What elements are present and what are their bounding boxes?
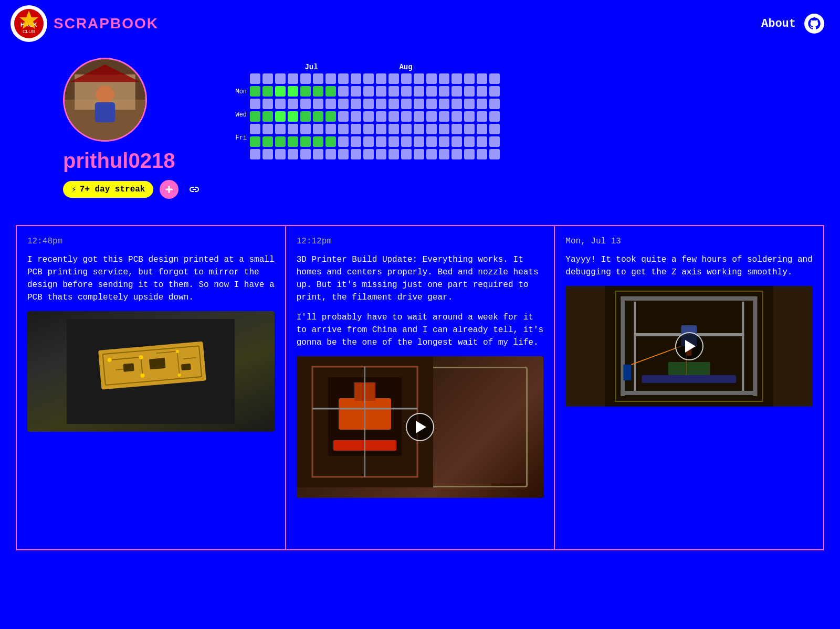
svg-rect-51 [668, 362, 710, 375]
contrib-cell [414, 136, 424, 147]
contrib-cell [439, 73, 449, 84]
contrib-cell [388, 124, 399, 134]
contrib-cell [426, 73, 437, 84]
month-jul: Jul [284, 63, 399, 71]
contrib-cell [326, 73, 336, 84]
contrib-cell [262, 111, 273, 122]
link-button[interactable] [185, 180, 204, 199]
header-right: About [761, 14, 824, 34]
about-link[interactable]: About [761, 17, 796, 30]
contrib-cell [288, 73, 298, 84]
contrib-cell [363, 73, 374, 84]
post-text-2b: I'll probably have to wait around a week… [297, 311, 544, 349]
contrib-cell [426, 136, 437, 147]
contrib-cell [275, 136, 286, 147]
play-button-2[interactable] [406, 413, 434, 441]
contrib-cell [313, 99, 323, 109]
contrib-cell [489, 124, 500, 134]
contrib-cell [338, 149, 349, 159]
contrib-cell [489, 99, 500, 109]
contrib-cell [275, 149, 286, 159]
contrib-cell [489, 136, 500, 147]
contrib-cell [477, 111, 487, 122]
svg-rect-46 [742, 302, 744, 391]
contrib-cell [401, 124, 412, 134]
contrib-cell [288, 136, 298, 147]
contrib-cell [452, 149, 462, 159]
contrib-cell [452, 86, 462, 97]
contrib-cell [262, 136, 273, 147]
contrib-cell [388, 111, 399, 122]
contrib-cell [275, 111, 286, 122]
contrib-cell [477, 124, 487, 134]
contrib-cell [489, 149, 500, 159]
contrib-cell [275, 99, 286, 109]
contrib-cell [439, 149, 449, 159]
contrib-cell [300, 86, 311, 97]
contrib-cell [338, 99, 349, 109]
contrib-cell [351, 111, 361, 122]
contrib-cell [426, 86, 437, 97]
post-video-2 [297, 356, 544, 498]
github-icon[interactable] [804, 14, 824, 34]
contrib-cell [452, 73, 462, 84]
contrib-cell [388, 149, 399, 159]
contrib-cell [338, 86, 349, 97]
contrib-cell [464, 73, 475, 84]
contrib-cell [262, 149, 273, 159]
contrib-cell [439, 111, 449, 122]
contrib-cell [313, 149, 323, 159]
post-image-1 [27, 311, 275, 432]
contrib-cell [262, 73, 273, 84]
post-card-3: Mon, Jul 13 Yayyy! It took quite a few h… [554, 225, 824, 550]
contrib-cell [439, 86, 449, 97]
svg-rect-41 [621, 296, 625, 396]
post-date-3: Mon, Jul 13 [565, 237, 813, 246]
contrib-cell [351, 136, 361, 147]
logo-icon[interactable]: HACK CLUB [10, 5, 47, 42]
contrib-cell [388, 86, 399, 97]
contrib-cell [326, 124, 336, 134]
post-time-2: 12:12pm [297, 237, 544, 246]
contrib-cell [338, 124, 349, 134]
avatar [63, 58, 147, 142]
contrib-cell [489, 86, 500, 97]
contrib-cell [363, 111, 374, 122]
contrib-cell [414, 73, 424, 84]
svg-rect-45 [634, 302, 636, 391]
add-button[interactable] [160, 180, 178, 199]
header: HACK CLUB SCRAPBOOK About [0, 0, 840, 47]
day-label-empty2 [235, 98, 247, 109]
contrib-cell [414, 149, 424, 159]
contrib-cell [388, 73, 399, 84]
contrib-cell [376, 99, 386, 109]
day-label-wed: Wed [235, 109, 247, 121]
contrib-cell [452, 99, 462, 109]
contrib-cell [452, 136, 462, 147]
username: prithul0218 [63, 149, 204, 173]
streak-label: 7+ day streak [80, 185, 145, 194]
svg-rect-50 [642, 375, 737, 383]
contrib-cell [351, 73, 361, 84]
svg-rect-43 [621, 296, 758, 301]
contrib-cell [477, 73, 487, 84]
svg-rect-30 [181, 364, 191, 371]
month-labels: Jul Aug [235, 63, 501, 71]
play-triangle-2 [416, 421, 426, 433]
play-button-3[interactable] [675, 332, 704, 360]
contrib-cell [250, 124, 260, 134]
contrib-cell [326, 136, 336, 147]
contrib-cell [489, 111, 500, 122]
post-text-1: I recently got this PCB design printed a… [27, 253, 275, 304]
contrib-cell [351, 86, 361, 97]
contrib-cell [439, 124, 449, 134]
contrib-cell [464, 149, 475, 159]
contrib-cell [388, 99, 399, 109]
contrib-cell [313, 86, 323, 97]
post-text-3: Yayyy! It took quite a few hours of sold… [565, 253, 813, 279]
contrib-cell [250, 99, 260, 109]
contrib-cell [388, 136, 399, 147]
post-time-1: 12:48pm [27, 237, 275, 246]
day-label-empty4 [235, 144, 247, 155]
contrib-cell [313, 111, 323, 122]
